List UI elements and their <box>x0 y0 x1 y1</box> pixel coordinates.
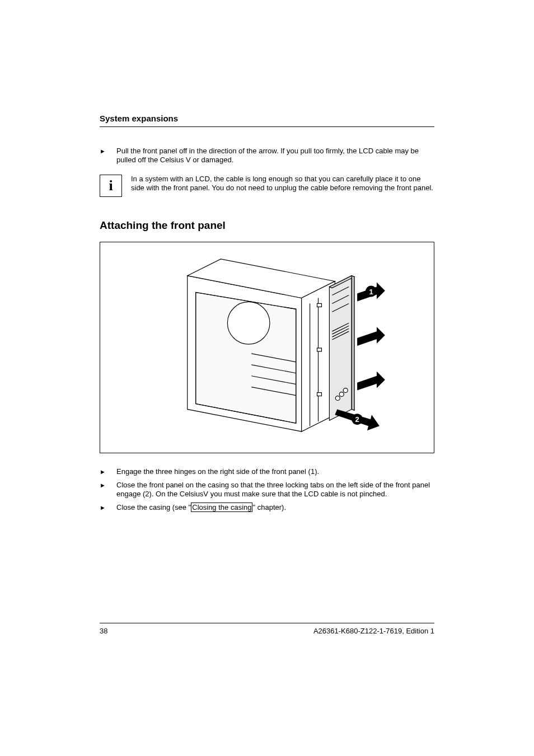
header-title: System expansions <box>100 114 178 123</box>
figure-attach-front-panel: 1 2 <box>100 242 434 453</box>
svg-point-18 <box>339 392 344 397</box>
page-number: 38 <box>100 627 107 635</box>
step-text: Engage the three hinges on the right sid… <box>116 467 434 476</box>
step-text: Close the casing (see "Closing the casin… <box>116 503 434 512</box>
section-heading: Attaching the front panel <box>100 219 434 232</box>
bullet-triangle-icon: ► <box>100 503 116 512</box>
cross-ref-link[interactable]: Closing the casing <box>191 503 252 512</box>
steps-list: ► Engage the three hinges on the right s… <box>100 467 434 512</box>
svg-point-19 <box>343 388 348 393</box>
step-row: ► Engage the three hinges on the right s… <box>100 467 434 476</box>
info-note-text: In a system with an LCD, the cable is lo… <box>131 175 434 192</box>
svg-rect-7 <box>317 303 322 307</box>
step-text: Close the front panel on the casing so t… <box>116 481 434 499</box>
bullet-triangle-icon: ► <box>100 147 116 165</box>
bullet-triangle-icon: ► <box>100 481 116 499</box>
svg-rect-9 <box>317 393 322 396</box>
svg-point-0 <box>227 302 270 344</box>
step-suffix: " chapter). <box>252 503 286 511</box>
intro-step-text: Pull the front panel off in the directio… <box>116 147 434 165</box>
step-row: ► Close the casing (see "Closing the cas… <box>100 503 434 512</box>
step-row: ► Close the front panel on the casing so… <box>100 481 434 499</box>
intro-step: ► Pull the front panel off in the direct… <box>100 147 434 165</box>
svg-point-17 <box>335 396 340 401</box>
computer-case-diagram: 1 2 <box>100 242 434 453</box>
callout-2: 2 <box>355 415 359 424</box>
step-prefix: Close the casing (see " <box>116 503 191 511</box>
bullet-triangle-icon: ► <box>100 467 116 476</box>
page-footer: 38 A26361-K680-Z122-1-7619, Edition 1 <box>100 623 434 635</box>
callout-1: 1 <box>369 288 373 296</box>
doc-id: A26361-K680-Z122-1-7619, Edition 1 <box>313 627 434 635</box>
svg-rect-8 <box>317 348 322 351</box>
info-note: i In a system with an LCD, the cable is … <box>100 175 434 197</box>
page-header: System expansions <box>100 114 434 127</box>
info-icon: i <box>100 175 122 197</box>
